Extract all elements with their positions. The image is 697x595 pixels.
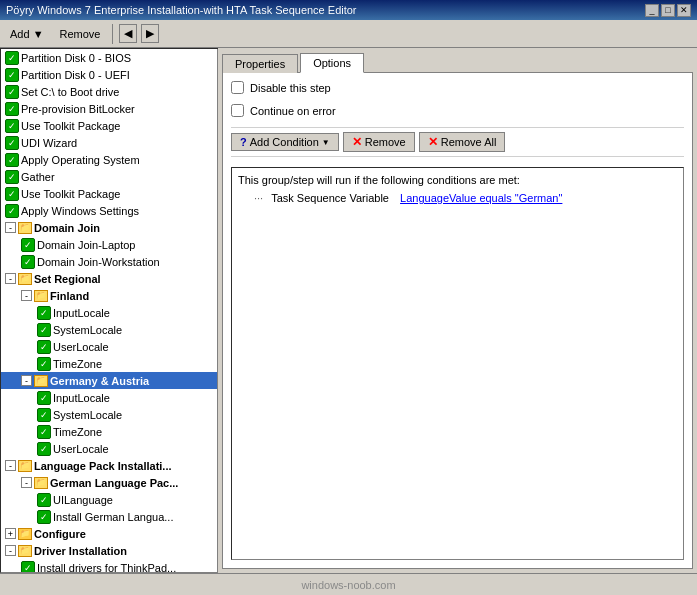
menu-bar: Add ▼ Remove ◀ ▶ <box>0 20 697 48</box>
tree-item-lang-pack[interactable]: - 📁 Language Pack Installati... <box>1 457 217 474</box>
continue-on-error-label: Continue on error <box>250 105 336 117</box>
remove-all-x-icon: ✕ <box>428 135 438 149</box>
remove-menu[interactable]: Remove <box>54 26 107 42</box>
title-text: Pöyry Windows 7 Enterprise Installation-… <box>6 4 357 16</box>
folder-icon: 📁 <box>34 477 48 489</box>
tree-item-apply-win-settings[interactable]: ✓ Apply Windows Settings <box>1 202 217 219</box>
tree-item-gather[interactable]: ✓ Gather <box>1 168 217 185</box>
back-button[interactable]: ◀ <box>119 24 137 43</box>
remove-all-label: Remove All <box>441 136 497 148</box>
add-menu[interactable]: Add ▼ <box>4 26 50 42</box>
right-panel: Properties Options Disable this step Con… <box>218 48 697 573</box>
tree-label: TimeZone <box>53 358 102 370</box>
forward-button[interactable]: ▶ <box>141 24 159 43</box>
title-bar: Pöyry Windows 7 Enterprise Installation-… <box>0 0 697 20</box>
condition-dots: ··· <box>254 192 263 204</box>
tree-item-domain-join-laptop[interactable]: ✓ Domain Join-Laptop <box>1 236 217 253</box>
group-label: Finland <box>50 290 89 302</box>
check-icon: ✓ <box>5 85 19 99</box>
tree-item-thinkpad-1[interactable]: ✓ Install drivers for ThinkPad... <box>1 559 217 573</box>
check-icon: ✓ <box>37 357 51 371</box>
tree-item-use-toolkit1[interactable]: ✓ Use Toolkit Package <box>1 117 217 134</box>
tree-label: InputLocale <box>53 307 110 319</box>
tree-item-domain-join[interactable]: - 📁 Domain Join <box>1 219 217 236</box>
expand-icon[interactable]: + <box>5 528 16 539</box>
tree-label: Partition Disk 0 - UEFI <box>21 69 130 81</box>
continue-on-error-checkbox[interactable] <box>231 104 244 117</box>
tree-item-configure[interactable]: + 📁 Configure <box>1 525 217 542</box>
remove-all-button[interactable]: ✕ Remove All <box>419 132 506 152</box>
folder-icon: 📁 <box>18 528 32 540</box>
tree-item-domain-join-workstation[interactable]: ✓ Domain Join-Workstation <box>1 253 217 270</box>
tab-options-label: Options <box>313 57 351 69</box>
folder-icon: 📁 <box>34 290 48 302</box>
remove-label: Remove <box>60 28 101 40</box>
tree-item-input-locale-fi[interactable]: ✓ InputLocale <box>1 304 217 321</box>
condition-variable-label: Task Sequence Variable <box>271 192 389 204</box>
tree-label: Set C:\ to Boot drive <box>21 86 119 98</box>
tree-item-finland[interactable]: - 📁 Finland <box>1 287 217 304</box>
group-label: Set Regional <box>34 273 101 285</box>
tree-item-set-c-boot[interactable]: ✓ Set C:\ to Boot drive <box>1 83 217 100</box>
expand-icon[interactable]: - <box>5 545 16 556</box>
disable-step-checkbox[interactable] <box>231 81 244 94</box>
tree-label: UDI Wizard <box>21 137 77 149</box>
expand-icon[interactable]: - <box>5 222 16 233</box>
tree-item-system-locale-fi[interactable]: ✓ SystemLocale <box>1 321 217 338</box>
tree-item-germany-austria[interactable]: - 📁 Germany & Austria <box>1 372 217 389</box>
expand-icon[interactable]: - <box>21 290 32 301</box>
condition-value-link[interactable]: LanguageValue equals "German" <box>400 192 562 204</box>
tree-label: Install German Langua... <box>53 511 173 523</box>
check-icon: ✓ <box>5 119 19 133</box>
tree-item-input-locale-de[interactable]: ✓ InputLocale <box>1 389 217 406</box>
folder-icon: 📁 <box>18 545 32 557</box>
tree-item-driver-installation[interactable]: - 📁 Driver Installation <box>1 542 217 559</box>
tree-item-pre-bitlocker[interactable]: ✓ Pre-provision BitLocker <box>1 100 217 117</box>
tree-item-use-toolkit2[interactable]: ✓ Use Toolkit Package <box>1 185 217 202</box>
check-icon: ✓ <box>37 408 51 422</box>
continue-on-error-row: Continue on error <box>231 104 684 117</box>
tree-item-set-regional[interactable]: - 📁 Set Regional <box>1 270 217 287</box>
check-icon: ✓ <box>37 442 51 456</box>
tree-item-partition-bios[interactable]: ✓ Partition Disk 0 - BIOS <box>1 49 217 66</box>
expand-icon[interactable]: - <box>21 477 32 488</box>
window-controls[interactable]: _ □ ✕ <box>645 4 691 17</box>
check-icon: ✓ <box>5 68 19 82</box>
check-icon: ✓ <box>5 136 19 150</box>
maximize-button[interactable]: □ <box>661 4 675 17</box>
add-condition-button[interactable]: ? Add Condition ▼ <box>231 133 339 151</box>
group-label: German Language Pac... <box>50 477 178 489</box>
check-icon: ✓ <box>5 204 19 218</box>
remove-condition-button[interactable]: ✕ Remove <box>343 132 415 152</box>
expand-icon[interactable]: - <box>5 273 16 284</box>
menu-separator <box>112 24 113 44</box>
tree-label: SystemLocale <box>53 324 122 336</box>
tree-item-udi-wizard[interactable]: ✓ UDI Wizard <box>1 134 217 151</box>
tab-options[interactable]: Options <box>300 53 364 73</box>
back-icon: ◀ <box>124 27 132 40</box>
tree-item-german-lang-pack[interactable]: - 📁 German Language Pac... <box>1 474 217 491</box>
tree-item-ui-language[interactable]: ✓ UILanguage <box>1 491 217 508</box>
tree-item-system-locale-de[interactable]: ✓ SystemLocale <box>1 406 217 423</box>
tree-label: UILanguage <box>53 494 113 506</box>
minimize-button[interactable]: _ <box>645 4 659 17</box>
tree-panel[interactable]: ✓ Partition Disk 0 - BIOS ✓ Partition Di… <box>0 48 218 573</box>
tree-label: SystemLocale <box>53 409 122 421</box>
tree-item-user-locale-fi[interactable]: ✓ UserLocale <box>1 338 217 355</box>
disable-step-label: Disable this step <box>250 82 331 94</box>
tree-item-partition-uefi[interactable]: ✓ Partition Disk 0 - UEFI <box>1 66 217 83</box>
tree-item-user-locale-de[interactable]: ✓ UserLocale <box>1 440 217 457</box>
expand-icon[interactable]: - <box>5 460 16 471</box>
tree-item-timezone-de[interactable]: ✓ TimeZone <box>1 423 217 440</box>
tree-item-apply-os[interactable]: ✓ Apply Operating System <box>1 151 217 168</box>
close-button[interactable]: ✕ <box>677 4 691 17</box>
expand-icon[interactable]: - <box>21 375 32 386</box>
check-icon: ✓ <box>5 187 19 201</box>
condition-item: ··· Task Sequence Variable LanguageValue… <box>238 190 677 206</box>
tree-item-install-german[interactable]: ✓ Install German Langua... <box>1 508 217 525</box>
remove-label: Remove <box>365 136 406 148</box>
tree-item-timezone-fi[interactable]: ✓ TimeZone <box>1 355 217 372</box>
tab-properties[interactable]: Properties <box>222 54 298 73</box>
check-icon: ✓ <box>21 255 35 269</box>
tree-label: TimeZone <box>53 426 102 438</box>
